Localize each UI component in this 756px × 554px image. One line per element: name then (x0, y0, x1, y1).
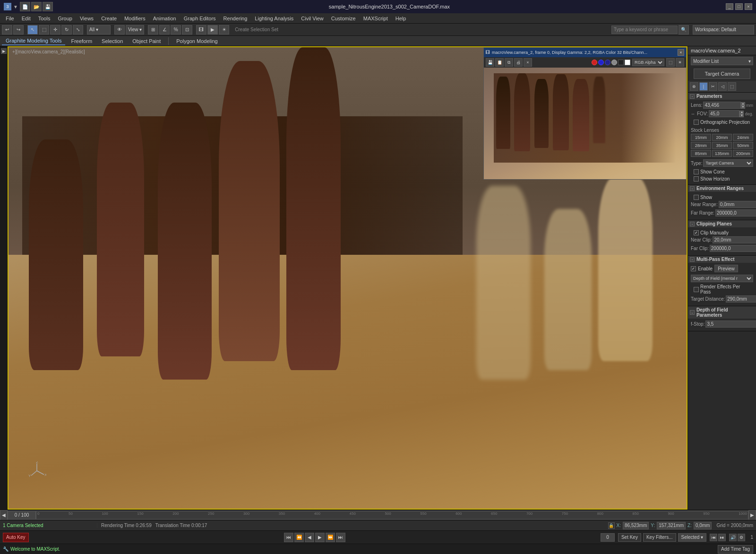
panel-icon-5[interactable]: ⬚ (728, 82, 736, 91)
render-close-btn[interactable]: × (678, 49, 684, 56)
dof-params-collapse[interactable]: - (690, 310, 695, 315)
go-end-btn[interactable]: ⏭ (336, 533, 345, 542)
mono-channel-btn[interactable] (618, 60, 624, 65)
view-dropdown[interactable]: View ▾ (126, 25, 144, 35)
menu-group[interactable]: Group (54, 15, 76, 22)
show-cone-checkbox[interactable] (694, 169, 699, 174)
blue-channel-btn[interactable] (605, 60, 610, 65)
menu-lighting[interactable]: Lighting Analysis (251, 15, 297, 22)
env-ranges-header[interactable]: - Environment Ranges (688, 185, 756, 192)
channel-select[interactable]: RGB Alpha (632, 59, 664, 66)
menu-views[interactable]: Views (76, 15, 97, 22)
menu-edit[interactable]: Edit (18, 15, 34, 22)
search-box[interactable]: Type a keyword or phrase (611, 26, 678, 34)
close-render-btn[interactable]: × (524, 58, 532, 67)
clipping-planes-header[interactable]: - Clipping Planes (688, 220, 756, 227)
render-setup[interactable]: 🎞 (196, 25, 206, 35)
lens-28mm[interactable]: 28mm (691, 142, 711, 149)
lens-24mm[interactable]: 24mm (733, 134, 753, 141)
scale-btn[interactable]: ⤡ (73, 25, 83, 35)
spinner-snap[interactable]: ⊡ (182, 25, 192, 35)
lens-50mm[interactable]: 50mm (733, 142, 753, 149)
select-btn[interactable]: ↖ (27, 25, 38, 35)
ortho-checkbox[interactable] (694, 120, 699, 125)
file-menu-quick[interactable]: ▼ (13, 4, 18, 9)
print-render-btn[interactable]: 🖨 (514, 58, 523, 67)
fstop-input[interactable] (705, 320, 756, 328)
view-btn[interactable]: 👁 (114, 25, 125, 35)
menu-animation[interactable]: Animation (149, 15, 180, 22)
angle-snap[interactable]: ∠ (159, 25, 170, 35)
close-btn[interactable]: × (745, 3, 752, 10)
freeform[interactable]: Freeform (67, 37, 96, 45)
menu-customize[interactable]: Customize (327, 15, 360, 22)
type-select[interactable]: Target Camera (703, 159, 753, 167)
viewport[interactable]: +][macroView.camera_2][Realistic] (8, 46, 687, 510)
redo-btn[interactable]: ↪ (13, 25, 24, 35)
playback-option-1[interactable]: 🔊 (729, 534, 737, 541)
menu-maxscript[interactable]: MAXScript (360, 15, 392, 22)
lens-input[interactable] (703, 102, 741, 109)
move-btn[interactable]: ✛ (50, 25, 60, 35)
add-time-tag-btn[interactable]: Add Time Tag (718, 545, 753, 554)
render-effects-checkbox[interactable] (694, 287, 699, 292)
next-key-btn[interactable]: ⏭ (718, 534, 726, 541)
playback-option-2[interactable]: ⚙ (738, 534, 745, 541)
parameters-collapse[interactable]: - (690, 94, 695, 99)
near-clip-input[interactable] (713, 236, 756, 243)
far-clip-input[interactable] (710, 245, 756, 252)
autokey-btn[interactable]: Auto Key (3, 533, 29, 542)
object-paint[interactable]: Object Paint (129, 37, 164, 45)
show-horizon-checkbox[interactable] (694, 176, 699, 182)
play-back-btn[interactable]: ◀ (305, 533, 314, 542)
white-channel-btn[interactable] (625, 60, 630, 65)
fov-dn[interactable]: ▼ (739, 114, 744, 117)
panel-icon-2[interactable]: | (699, 82, 708, 91)
dof-params-header[interactable]: - Depth of Field Parameters (688, 306, 756, 319)
display-btn[interactable]: ⬚ (666, 58, 675, 67)
panel-icon-3[interactable]: ✂ (709, 82, 717, 91)
rotate-btn[interactable]: ↻ (61, 25, 72, 35)
workspace-dropdown[interactable]: Workspace: Default (693, 25, 754, 35)
save-render-btn[interactable]: 💾 (486, 58, 494, 67)
select-region-btn[interactable]: ⬚ (39, 25, 49, 35)
env-show-checkbox[interactable] (694, 195, 699, 200)
clipping-planes-collapse[interactable]: - (690, 222, 695, 226)
parameters-header[interactable]: - Parameters (688, 93, 756, 100)
env-ranges-collapse[interactable]: - (690, 186, 695, 191)
menu-file[interactable]: File (2, 15, 18, 22)
render-window[interactable]: 🎞 macroView.camera_2, frame 0, Display G… (483, 47, 687, 180)
near-range-input[interactable] (719, 201, 756, 208)
multipass-collapse[interactable]: - (690, 257, 695, 262)
clone-render-btn[interactable]: ⧉ (505, 58, 513, 67)
undo-btn[interactable]: ↩ (2, 25, 12, 35)
fov-input[interactable] (709, 110, 740, 117)
ref-coord-dropdown[interactable]: All ▾ (87, 25, 111, 35)
save-btn[interactable]: 💾 (43, 2, 53, 11)
lens-20mm[interactable]: 20mm (712, 134, 732, 141)
snap-toggle[interactable]: ⊞ (148, 25, 158, 35)
render-btn[interactable]: ▶ (207, 25, 218, 35)
panel-icon-1[interactable]: ⊕ (690, 82, 698, 91)
menu-tools[interactable]: Tools (34, 15, 54, 22)
play-fwd-btn[interactable]: ▶ (315, 533, 325, 542)
fov-up[interactable]: ▲ (739, 111, 744, 114)
lens-up[interactable]: ▲ (741, 102, 745, 105)
lens-15mm[interactable]: 15mm (691, 134, 711, 141)
prev-key-btn[interactable]: ⏮ (710, 534, 717, 541)
lens-135mm[interactable]: 135mm (712, 150, 732, 157)
frame-input[interactable]: 0 (601, 533, 615, 542)
alpha-channel-btn[interactable] (611, 60, 617, 65)
menu-civil[interactable]: Civil View (297, 15, 327, 22)
new-btn[interactable]: 📄 (20, 2, 30, 11)
graphite-tools[interactable]: Graphite Modeling Tools (2, 37, 65, 45)
enable-checkbox[interactable] (691, 266, 696, 271)
timeline-track[interactable]: 0 50 100 150 200 250 300 350 400 450 500… (36, 511, 748, 519)
lens-35mm[interactable]: 35mm (712, 142, 732, 149)
selection[interactable]: Selection (98, 37, 127, 45)
prev-frame-btn[interactable]: ⏪ (294, 533, 304, 542)
go-start-btn[interactable]: ⏮ (284, 533, 293, 542)
next-frame-btn[interactable]: ⏩ (326, 533, 335, 542)
percent-snap[interactable]: % (171, 25, 181, 35)
timeline-prev-btn[interactable]: ◀ (0, 510, 8, 520)
